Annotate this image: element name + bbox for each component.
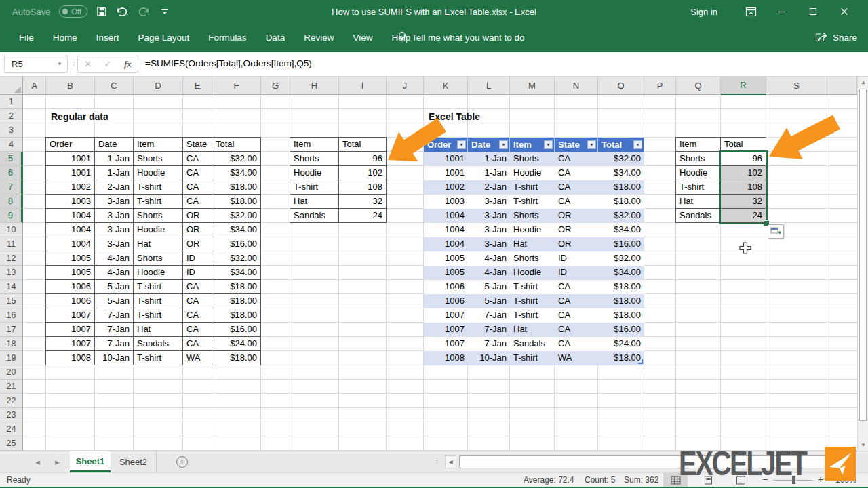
table-cell[interactable]: 4-Jan [95, 251, 134, 266]
column-header-d[interactable]: D [134, 77, 183, 95]
table-cell[interactable]: $18.00 [212, 351, 261, 365]
table-cell[interactable]: 1006 [46, 280, 95, 294]
table-cell[interactable]: T-shirt [134, 180, 183, 195]
column-header-i[interactable]: I [339, 77, 387, 95]
v-scroll-up-icon[interactable]: ▲ [858, 77, 868, 88]
table-cell[interactable]: 1004 [46, 223, 95, 237]
excel-table-cell[interactable]: $34.00 [598, 166, 644, 180]
ribbon-tab-insert[interactable]: Insert [87, 23, 129, 52]
table-cell[interactable]: 32 [339, 195, 387, 209]
enter-icon[interactable]: ✓ [104, 59, 112, 69]
excel-table-cell[interactable]: 4-Jan [468, 266, 510, 280]
excel-table-cell[interactable]: ID [555, 251, 598, 266]
table-cell[interactable]: 3-Jan [95, 195, 134, 209]
excel-table-header-cell[interactable]: Total▼ [598, 138, 644, 152]
excel-table-cell[interactable]: 5-Jan [468, 280, 510, 294]
excel-table-cell[interactable]: OR [555, 209, 598, 223]
column-header-k[interactable]: K [424, 77, 468, 95]
excel-table-cell[interactable]: 1007 [424, 308, 468, 323]
filter-icon[interactable]: ▼ [587, 140, 596, 149]
table-cell[interactable]: 1007 [46, 337, 95, 351]
excel-table-cell[interactable]: Shorts [510, 152, 555, 166]
excel-table-cell[interactable]: 7-Jan [468, 323, 510, 337]
chevron-down-icon[interactable]: ▼ [57, 61, 62, 67]
header-cell[interactable]: Total [721, 138, 766, 152]
column-header-f[interactable]: F [212, 77, 261, 95]
table-cell[interactable]: $18.00 [212, 294, 261, 308]
excel-table-cell[interactable]: 1001 [424, 152, 468, 166]
excel-table-cell[interactable]: 1-Jan [468, 152, 510, 166]
table-cell[interactable]: T-shirt [134, 308, 183, 323]
excel-table-cell[interactable]: T-shirt [510, 351, 555, 365]
table-cell[interactable]: CA [183, 166, 212, 180]
column-header-a[interactable]: A [23, 77, 46, 95]
ribbon-tab-file[interactable]: File [9, 23, 43, 52]
excel-table-cell[interactable]: 1008 [424, 351, 468, 365]
table-cell[interactable]: 102 [339, 166, 387, 180]
ribbon-tab-home[interactable]: Home [43, 23, 87, 52]
excel-table-cell[interactable]: 1005 [424, 266, 468, 280]
tabbar-splitter[interactable]: ⋮ [433, 456, 441, 465]
excel-table-cell[interactable]: 1007 [424, 337, 468, 351]
header-cell[interactable]: Item [676, 138, 721, 152]
table-cell[interactable]: 24 [721, 209, 766, 223]
excel-table-cell[interactable]: $18.00 [598, 180, 644, 195]
header-cell[interactable]: Date [95, 138, 134, 152]
close-button[interactable] [829, 0, 860, 23]
select-all-corner[interactable] [0, 77, 23, 95]
ribbon-display-options-icon[interactable] [735, 0, 766, 23]
table-cell[interactable]: CA [183, 308, 212, 323]
header-cell[interactable]: Item [134, 138, 183, 152]
column-header-p[interactable]: P [644, 77, 676, 95]
table-cell[interactable]: $16.00 [212, 323, 261, 337]
excel-table-cell[interactable]: $18.00 [598, 351, 644, 365]
excel-table-cell[interactable]: 1005 [424, 251, 468, 266]
cancel-icon[interactable]: ✕ [84, 59, 92, 69]
excel-table-cell[interactable]: ID [555, 266, 598, 280]
filter-icon[interactable]: ▼ [499, 140, 508, 149]
table-cell[interactable]: T-shirt [676, 180, 721, 195]
table-cell[interactable]: 1002 [46, 180, 95, 195]
table-cell[interactable]: 102 [721, 166, 766, 180]
table-cell[interactable]: Shorts [676, 152, 721, 166]
row-header-1[interactable]: 1 [0, 95, 23, 109]
table-cell[interactable]: T-shirt [134, 294, 183, 308]
table-cell[interactable]: Hoodie [134, 223, 183, 237]
v-scrollbar-thumb[interactable] [859, 89, 867, 421]
excel-table-cell[interactable]: Hat [510, 323, 555, 337]
table-cell[interactable]: Shorts [290, 152, 339, 166]
table-cell[interactable]: T-shirt [290, 180, 339, 195]
table-cell[interactable]: T-shirt [134, 195, 183, 209]
column-header-s[interactable]: S [766, 77, 827, 95]
row-header-20[interactable]: 20 [0, 365, 23, 380]
table-cell[interactable]: $32.00 [212, 209, 261, 223]
table-cell[interactable]: $18.00 [212, 195, 261, 209]
table-cell[interactable]: Hat [676, 195, 721, 209]
column-header-q[interactable]: Q [676, 77, 721, 95]
excel-table-cell[interactable]: $24.00 [598, 337, 644, 351]
excel-table-header-cell[interactable]: Item▼ [510, 138, 555, 152]
table-cell[interactable]: $32.00 [212, 152, 261, 166]
excel-table-cell[interactable]: 10-Jan [468, 351, 510, 365]
row-header-10[interactable]: 10 [0, 223, 23, 237]
filter-icon[interactable]: ▼ [457, 140, 466, 149]
table-cell[interactable]: $18.00 [212, 308, 261, 323]
table-cell[interactable]: Shorts [134, 152, 183, 166]
excel-table-header-cell[interactable]: Order▼ [424, 138, 468, 152]
row-header-19[interactable]: 19 [0, 351, 23, 365]
sheet-nav-right-icon[interactable]: ▶ [55, 459, 60, 466]
v-scroll-down-icon[interactable]: ▼ [858, 439, 868, 451]
table-cell[interactable]: ID [183, 266, 212, 280]
table-cell[interactable]: 3-Jan [95, 223, 134, 237]
ribbon-tab-review[interactable]: Review [294, 23, 343, 52]
table-cell[interactable]: Sandals [290, 209, 339, 223]
column-header-l[interactable]: L [468, 77, 510, 95]
row-header-25[interactable]: 25 [0, 436, 23, 451]
column-header-g[interactable]: G [261, 77, 290, 95]
column-header-j[interactable]: J [387, 77, 424, 95]
table-cell[interactable]: 1-Jan [95, 166, 134, 180]
column-header-c[interactable]: C [95, 77, 134, 95]
excel-table-cell[interactable]: T-shirt [510, 294, 555, 308]
excel-table-cell[interactable]: CA [555, 195, 598, 209]
table-cell[interactable]: 3-Jan [95, 209, 134, 223]
